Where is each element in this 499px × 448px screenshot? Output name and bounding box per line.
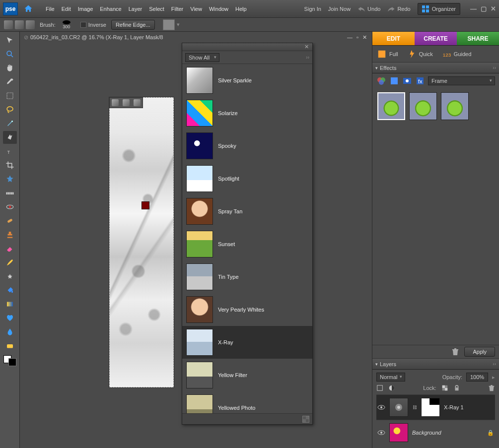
- layer-trash-icon[interactable]: [488, 384, 495, 391]
- layer-mask-thumb[interactable]: [421, 398, 440, 417]
- fx-layer-styles-icon[interactable]: [389, 76, 399, 85]
- doc-minimize-icon[interactable]: —: [347, 34, 353, 41]
- fx-all-icon[interactable]: fx: [415, 76, 425, 85]
- visibility-icon[interactable]: [377, 403, 385, 411]
- new-layer-icon[interactable]: [376, 384, 383, 391]
- adjustment-layer-icon[interactable]: [388, 384, 395, 391]
- shape-tool[interactable]: [3, 312, 17, 324]
- undo-button[interactable]: Undo: [357, 6, 380, 12]
- paint-bucket-tool[interactable]: [3, 284, 17, 297]
- tab-share[interactable]: SHARE: [457, 32, 499, 45]
- option-thumb[interactable]: [163, 19, 175, 30]
- marquee-tool[interactable]: [3, 89, 17, 102]
- eyedropper-tool[interactable]: [3, 75, 17, 88]
- preset-item[interactable]: Solarize: [182, 97, 312, 129]
- menu-select[interactable]: Select: [149, 6, 164, 12]
- type-tool[interactable]: T: [3, 145, 17, 158]
- tab-edit[interactable]: EDIT: [372, 32, 415, 45]
- preset-item[interactable]: Spooky: [182, 129, 312, 162]
- preset-item[interactable]: Spray Tan: [182, 195, 312, 228]
- panel-close-icon[interactable]: ✕: [303, 44, 310, 50]
- layers-panel-header[interactable]: ▾Layers››: [372, 359, 499, 370]
- menu-help[interactable]: Help: [235, 6, 247, 12]
- effects-panel-header[interactable]: ▾Effects››: [372, 63, 499, 73]
- lasso-tool[interactable]: [3, 103, 17, 116]
- smart-brush-tool[interactable]: [3, 270, 17, 283]
- visibility-icon[interactable]: [377, 429, 385, 437]
- panel-expand-icon[interactable]: ››: [306, 55, 309, 60]
- menu-edit[interactable]: Edit: [62, 6, 71, 12]
- eraser-tool[interactable]: [3, 242, 17, 255]
- preset-item[interactable]: Silver Sparkle: [182, 64, 312, 97]
- preset-item[interactable]: Spotlight: [182, 162, 312, 195]
- effects-category-select[interactable]: Frame: [428, 76, 495, 85]
- tab-create[interactable]: CREATE: [415, 32, 457, 45]
- quick-select-tool[interactable]: [3, 131, 17, 144]
- doc-close-icon[interactable]: ✕: [362, 34, 367, 41]
- preset-list[interactable]: Silver SparkleSolarizeSpookySpotlightSpr…: [182, 64, 312, 413]
- redeye-tool[interactable]: [3, 200, 17, 213]
- brush-tool[interactable]: [3, 256, 17, 269]
- effect-thumb-1[interactable]: [377, 92, 405, 120]
- mode-quick[interactable]: Quick: [407, 50, 433, 59]
- minimize-icon[interactable]: —: [470, 5, 477, 12]
- straighten-tool[interactable]: [3, 187, 17, 199]
- menu-enhance[interactable]: Enhance: [100, 6, 121, 12]
- doc-restore-icon[interactable]: ▫: [356, 34, 358, 41]
- gradient-tool[interactable]: [3, 298, 17, 311]
- brush-preset-a[interactable]: [4, 20, 13, 29]
- brush-size-control[interactable]: 300: [63, 20, 71, 29]
- effect-thumb-2[interactable]: [409, 92, 437, 120]
- inverse-checkbox[interactable]: [80, 22, 86, 28]
- preset-item[interactable]: Very Pearly Whites: [182, 293, 312, 326]
- sponge-tool[interactable]: [3, 339, 17, 352]
- opacity-value[interactable]: 100%: [466, 373, 488, 382]
- color-swatches[interactable]: [3, 355, 16, 366]
- link-icon[interactable]: ⛓: [412, 402, 417, 412]
- layer-row[interactable]: Background🔒: [376, 420, 495, 445]
- close-icon[interactable]: ✕: [491, 5, 496, 12]
- canvas[interactable]: ✕ Show All ›› Silver SparkleSolarizeSpoo…: [20, 43, 372, 448]
- move-tool[interactable]: [3, 34, 17, 47]
- sign-in-link[interactable]: Sign In: [304, 6, 321, 12]
- crop-tool[interactable]: [3, 159, 17, 172]
- stamp-tool[interactable]: [3, 228, 17, 241]
- join-now-link[interactable]: Join Now: [328, 6, 351, 12]
- mode-guided[interactable]: 123Guided: [442, 50, 471, 59]
- magic-wand-tool[interactable]: [3, 117, 17, 130]
- trash-icon[interactable]: [451, 348, 459, 356]
- app-logo[interactable]: pse: [3, 2, 18, 15]
- lock-transparent-icon[interactable]: [441, 384, 448, 391]
- fx-filters-icon[interactable]: [376, 76, 386, 85]
- apply-button[interactable]: Apply: [464, 347, 495, 357]
- effect-thumb-3[interactable]: [441, 92, 469, 120]
- home-button[interactable]: [21, 2, 36, 15]
- preset-item[interactable]: X-Ray: [182, 326, 312, 359]
- preset-item[interactable]: Yellowed Photo: [182, 391, 312, 413]
- menu-layer[interactable]: Layer: [129, 6, 143, 12]
- menu-filter[interactable]: Filter: [171, 6, 183, 12]
- layer-row[interactable]: ⛓X-Ray 1: [376, 394, 495, 420]
- smart-filter-select[interactable]: Show All: [185, 53, 219, 62]
- preset-item[interactable]: Tin Type: [182, 260, 312, 293]
- mode-full[interactable]: Full: [377, 50, 398, 59]
- organizer-button[interactable]: Organizer: [418, 3, 460, 15]
- layer-thumb[interactable]: [389, 423, 408, 442]
- menu-file[interactable]: File: [46, 6, 55, 12]
- blur-tool[interactable]: [3, 325, 17, 338]
- document-tab[interactable]: ⊘ 050422_iris_03.CR2 @ 16.7% (X-Ray 1, L…: [20, 32, 372, 43]
- zoom-tool[interactable]: [3, 48, 17, 61]
- brush-preset-c[interactable]: [26, 20, 35, 29]
- lock-all-icon[interactable]: [453, 384, 460, 391]
- menu-window[interactable]: Window: [209, 6, 228, 12]
- blend-mode-select[interactable]: Normal: [376, 373, 405, 382]
- refine-edge-button[interactable]: Refine Edge...: [111, 20, 155, 30]
- smart-brush-overlay[interactable]: [109, 97, 143, 108]
- healing-tool[interactable]: [3, 214, 17, 227]
- cookie-cutter-tool[interactable]: [3, 173, 17, 186]
- layer-thumb[interactable]: [389, 398, 408, 417]
- maximize-icon[interactable]: ▢: [481, 5, 487, 12]
- brush-preset-b[interactable]: [15, 20, 24, 29]
- redo-button[interactable]: Redo: [387, 6, 410, 12]
- menu-view[interactable]: View: [190, 6, 202, 12]
